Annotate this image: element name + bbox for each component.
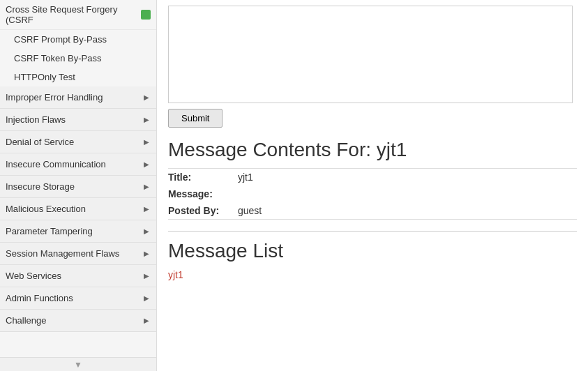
sidebar-item-improper-error[interactable]: Improper Error Handling ▶ [0,86,156,109]
sidebar-subitem-httponly[interactable]: HTTPOnly Test [0,68,156,86]
sidebar-item-insecure-storage[interactable]: Insecure Storage ▶ [0,176,156,198]
title-value: yjt1 [238,172,253,183]
chevron-right-icon: ▶ [144,93,149,101]
title-row: Title: yjt1 [168,169,577,186]
message-textarea[interactable] [168,6,573,103]
message-input-wrapper: Submit [168,0,577,128]
chevron-right-icon: ▶ [144,160,149,168]
message-label: Message: [168,188,238,199]
sidebar-subitem-csrf-token[interactable]: CSRF Token By-Pass [0,49,156,68]
title-label: Title: [168,172,238,183]
sidebar-item-session[interactable]: Session Management Flaws ▶ [0,243,156,265]
scroll-down-indicator: ▼ [0,357,156,371]
chevron-right-icon: ▶ [144,116,149,123]
sidebar-item-malicious[interactable]: Malicious Execution ▶ [0,198,156,220]
chevron-right-icon: ▶ [144,250,149,257]
chevron-right-icon: ▶ [144,317,149,324]
chevron-right-icon: ▶ [144,205,149,213]
message-contents-heading: Message Contents For: yjt1 [168,139,577,161]
sidebar-item-admin[interactable]: Admin Functions ▶ [0,287,156,310]
submit-button[interactable]: Submit [168,109,223,128]
sidebar-item-dos[interactable]: Denial of Service ▶ [0,131,156,153]
sidebar-item-parameter[interactable]: Parameter Tampering ▶ [0,220,156,243]
posted-by-label: Posted By: [168,205,238,216]
csrf-badge [141,10,151,20]
message-list-link[interactable]: yjt1 [168,269,183,280]
main-content: Submit Message Contents For: yjt1 Title:… [157,0,588,371]
posted-by-row: Posted By: guest [168,202,577,219]
chevron-right-icon: ▶ [144,138,149,146]
sidebar-item-csrf[interactable]: Cross Site Request Forgery (CSRF [0,0,156,30]
sidebar-item-insecure-comm[interactable]: Insecure Communication ▶ [0,153,156,176]
sidebar: Cross Site Request Forgery (CSRF CSRF Pr… [0,0,157,371]
chevron-right-icon: ▶ [144,294,149,302]
message-row: Message: [168,186,577,202]
sidebar-item-challenge[interactable]: Challenge ▶ [0,310,156,332]
sidebar-item-csrf-label: Cross Site Request Forgery (CSRF [6,4,138,25]
sidebar-item-injection[interactable]: Injection Flaws ▶ [0,109,156,131]
chevron-right-icon: ▶ [144,227,149,235]
sidebar-item-web-services[interactable]: Web Services ▶ [0,265,156,287]
posted-by-value: guest [238,205,262,216]
sidebar-subitem-csrf-prompt[interactable]: CSRF Prompt By-Pass [0,30,156,49]
chevron-right-icon: ▶ [144,272,149,280]
divider-2 [168,219,577,220]
chevron-right-icon: ▶ [144,183,149,190]
message-list-heading: Message List [168,231,577,262]
